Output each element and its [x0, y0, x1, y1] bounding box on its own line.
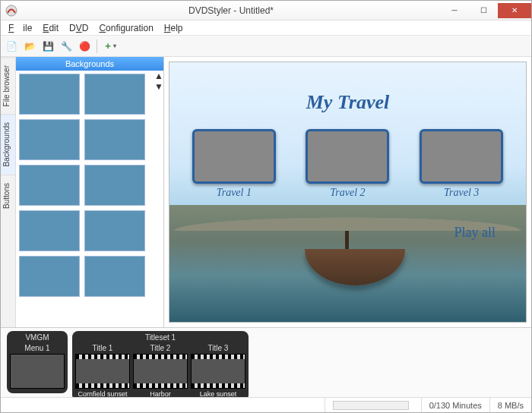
- background-thumb[interactable]: [84, 165, 145, 206]
- svg-point-0: [6, 5, 17, 16]
- save-button[interactable]: 💾: [40, 39, 55, 54]
- progress-bar: [333, 401, 409, 410]
- timeline-cell-title: Title 2: [147, 344, 174, 354]
- timeline-cell-title: Title 1: [90, 344, 116, 354]
- timeline-cell[interactable]: Title 1 Cornfield sunset: [75, 344, 130, 397]
- background-thumb[interactable]: [19, 74, 80, 115]
- dvd-menu-item[interactable]: Travel 2: [306, 129, 389, 199]
- new-button[interactable]: 📄: [4, 39, 19, 54]
- tab-backgrounds[interactable]: Backgrounds: [1, 114, 15, 174]
- menu-file[interactable]: File: [4, 21, 36, 35]
- timeline-cell-title: Title 3: [205, 344, 232, 354]
- dvd-menu-canvas[interactable]: My Travel Travel 1 Travel 2 Travel 3 Pla…: [169, 61, 527, 323]
- toolbar-separator: [97, 39, 97, 53]
- menubar: File Edit DVD Configuration Help: [1, 20, 531, 36]
- timeline-cell-caption: Harbor: [150, 389, 171, 397]
- dvd-menu-thumbnail: [420, 129, 503, 184]
- dvd-menu-thumbnail: [192, 129, 276, 184]
- sidebar-tabs: File browser Backgrounds Buttons: [1, 57, 16, 327]
- background-thumb[interactable]: [84, 256, 145, 297]
- dvd-menu-item[interactable]: Travel 1: [192, 129, 276, 199]
- toolbar: 📄 📂 💾 🔧 🔴 ＋▾: [1, 36, 531, 57]
- dvd-menu-label: Travel 1: [217, 187, 252, 199]
- play-all-button[interactable]: Play all: [454, 225, 496, 241]
- dvd-menu-item[interactable]: Travel 3: [420, 129, 503, 199]
- background-thumb[interactable]: [84, 119, 145, 160]
- titlebar: DVDStyler - Untitled* ─ ☐ ✕: [1, 1, 531, 20]
- timeline-cell-title: Menu 1: [21, 344, 52, 354]
- burn-button[interactable]: 🔴: [77, 39, 92, 54]
- scroll-down-button[interactable]: ▼: [154, 81, 163, 92]
- timeline-group-vmgm: VMGM Menu 1: [7, 331, 68, 393]
- tab-buttons[interactable]: Buttons: [1, 175, 15, 216]
- status-progress: [325, 398, 421, 412]
- backgrounds-grid: [16, 71, 154, 327]
- timeline-cell[interactable]: Title 2 Harbor: [133, 344, 188, 397]
- background-thumb[interactable]: [19, 119, 80, 160]
- timeline-cell-thumb: [10, 354, 65, 389]
- dvd-menu-label: Travel 3: [444, 187, 479, 199]
- timeline-cell-caption: Cornfield sunset: [78, 389, 127, 397]
- timeline: VMGM Menu 1 Titleset 1 Title 1 Cornfield…: [1, 327, 531, 397]
- menu-configuration[interactable]: Configuration: [94, 21, 157, 35]
- minimize-button[interactable]: ─: [440, 3, 469, 18]
- maximize-button[interactable]: ☐: [469, 3, 498, 18]
- timeline-cell[interactable]: Title 3 Lake sunset: [191, 344, 245, 397]
- open-button[interactable]: 📂: [22, 39, 37, 54]
- dvd-menu-items: Travel 1 Travel 2 Travel 3: [169, 129, 526, 199]
- preview-pane: My Travel Travel 1 Travel 2 Travel 3 Pla…: [164, 57, 531, 327]
- menu-help[interactable]: Help: [160, 21, 188, 35]
- timeline-group-titleset: Titleset 1 Title 1 Cornfield sunset Titl…: [72, 331, 249, 397]
- chevron-down-icon: ▾: [113, 43, 116, 49]
- settings-button[interactable]: 🔧: [59, 39, 74, 54]
- add-button[interactable]: ＋▾: [102, 39, 118, 54]
- timeline-cell[interactable]: Menu 1: [10, 344, 65, 390]
- statusbar: 0/130 Minutes 8 MB/s: [1, 397, 531, 412]
- close-button[interactable]: ✕: [498, 3, 531, 18]
- timeline-group-title: Titleset 1: [74, 333, 247, 342]
- dvd-menu-label: Travel 2: [330, 187, 365, 199]
- background-thumb[interactable]: [19, 256, 80, 297]
- menu-edit[interactable]: Edit: [38, 21, 63, 35]
- window-title: DVDStyler - Untitled*: [22, 5, 440, 16]
- tab-file-browser[interactable]: File browser: [1, 57, 15, 114]
- background-thumb[interactable]: [84, 210, 145, 251]
- timeline-group-title: VMGM: [8, 333, 66, 342]
- plus-icon: ＋: [103, 39, 112, 52]
- backgrounds-panel: Backgrounds ▲ ▼: [16, 57, 164, 327]
- timeline-cell-caption: Lake sunset: [200, 389, 237, 397]
- status-minutes: 0/130 Minutes: [421, 398, 489, 412]
- dvd-menu-thumbnail: [306, 129, 389, 184]
- background-thumb[interactable]: [84, 74, 145, 115]
- content-area: File browser Backgrounds Buttons Backgro…: [1, 57, 531, 327]
- menu-dvd[interactable]: DVD: [65, 21, 93, 35]
- open-icon: 📂: [24, 41, 36, 52]
- timeline-cell-thumb: [191, 354, 245, 389]
- panel-header: Backgrounds: [16, 57, 163, 71]
- burn-icon: 🔴: [79, 41, 90, 52]
- new-icon: 📄: [6, 41, 17, 52]
- scroll-up-button[interactable]: ▲: [154, 71, 163, 81]
- background-thumb[interactable]: [19, 210, 80, 251]
- timeline-cell-thumb: [133, 354, 188, 389]
- background-thumb[interactable]: [19, 165, 80, 206]
- timeline-cell-thumb: [75, 354, 130, 389]
- app-icon: [5, 5, 17, 17]
- wrench-icon: 🔧: [61, 41, 72, 52]
- dvd-title[interactable]: My Travel: [169, 91, 526, 114]
- scrollbar[interactable]: ▲ ▼: [154, 71, 163, 327]
- save-icon: 💾: [43, 41, 54, 52]
- status-bitrate: 8 MB/s: [489, 398, 531, 412]
